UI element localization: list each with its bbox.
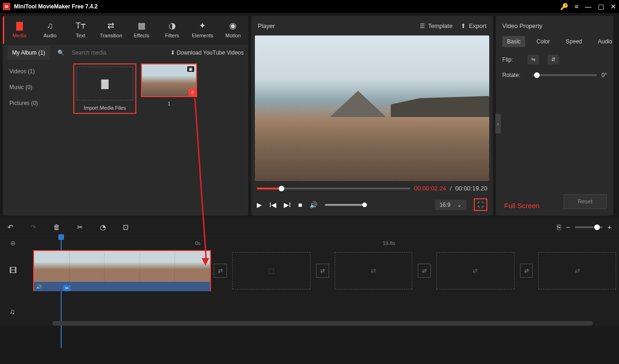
speed-button[interactable]: ◔ [100, 223, 106, 231]
crop-button[interactable]: ⊡ [123, 223, 129, 231]
zoom-slider[interactable] [575, 226, 603, 228]
license-key-icon[interactable]: 🔑 [560, 3, 568, 10]
music-track-icon: ♫ [9, 291, 15, 332]
tab-audio[interactable]: Audio [593, 36, 617, 47]
redo-button[interactable]: ↷ [30, 223, 36, 231]
undo-button[interactable]: ↶ [7, 223, 14, 231]
fullscreen-button[interactable]: ⛶ [474, 198, 487, 211]
add-to-timeline-button[interactable]: + [189, 89, 196, 96]
cloud-download-icon: ⬇ [170, 49, 175, 56]
empty-clip-slot[interactable]: ⇄ [335, 252, 413, 289]
transition-slot[interactable]: ⇄ [418, 264, 431, 278]
aspect-ratio-select[interactable]: 16:9⌄ [435, 200, 466, 210]
filters-icon: ◑ [169, 21, 176, 30]
player-panel: Player ☰Template ⬆Export 00:00:02.24 / 0… [251, 16, 493, 216]
motion-icon: ◉ [229, 21, 237, 30]
export-button[interactable]: ⬆Export [461, 22, 486, 29]
flip-horizontal-button[interactable]: ⇋ [528, 55, 539, 64]
empty-clip-slot[interactable]: ⇄ [436, 252, 514, 289]
drop-icon: ⇄ [575, 267, 580, 274]
transition-icon: ⇄ [107, 21, 114, 30]
search-icon: 🔍 [57, 49, 64, 56]
stop-button[interactable]: ■ [298, 201, 302, 209]
scissors-icon[interactable]: ✂ [63, 285, 70, 291]
text-icon: Tᴛ [76, 21, 85, 30]
template-button[interactable]: ☰Template [420, 22, 453, 29]
video-preview[interactable] [255, 35, 489, 181]
app-title: MiniTool MovieMaker Free 7.4.2 [14, 3, 560, 10]
ribbon-media[interactable]: ▇Media [4, 19, 35, 41]
horizontal-scrollbar[interactable] [52, 321, 593, 326]
transition-slot[interactable]: ⇄ [520, 264, 533, 278]
elements-icon: ✦ [199, 21, 206, 30]
ribbon-elements[interactable]: ✦Elements [187, 19, 218, 41]
ribbon: ▇Media ♫Audio TᴛText ⇄Transition ▦Effect… [3, 16, 248, 44]
tab-speed[interactable]: Speed [561, 36, 587, 47]
seek-slider[interactable] [257, 188, 410, 189]
transition-slot[interactable]: ⇄ [214, 264, 227, 278]
next-frame-button[interactable]: ▶I [284, 201, 291, 209]
tab-basic[interactable]: Basic [502, 36, 525, 47]
current-time: 00:00:02.24 [414, 185, 446, 192]
titlebar: M MiniTool MovieMaker Free 7.4.2 🔑 ≡ — ▢… [0, 0, 619, 13]
effects-icon: ▦ [138, 21, 146, 30]
annotation-arrow-head [202, 258, 209, 266]
album-label[interactable]: My Album (1) [7, 46, 50, 60]
volume-slider[interactable] [325, 204, 367, 206]
split-button[interactable]: ✂ [77, 223, 83, 231]
maximize-button[interactable]: ▢ [598, 3, 604, 10]
video-badge-icon: ▣ [187, 66, 194, 72]
search-input[interactable] [72, 49, 142, 56]
play-button[interactable]: ▶ [257, 201, 262, 209]
download-youtube-link[interactable]: ⬇ Download YouTube Videos [170, 49, 244, 56]
delete-button[interactable]: 🗑 [53, 223, 60, 231]
player-title: Player [258, 22, 275, 29]
chevron-down-icon: ⌄ [457, 202, 462, 208]
clip-label: 1 [141, 101, 197, 106]
import-media-button[interactable]: ▇ Import Media Files [73, 63, 136, 114]
ruler-mark: 19.8s [383, 240, 395, 246]
volume-icon[interactable]: 🔊 [310, 201, 317, 209]
audio-track[interactable] [26, 291, 619, 319]
menu-icon[interactable]: ≡ [575, 3, 578, 10]
sidebar-item-music[interactable]: Music (0) [3, 79, 70, 95]
empty-clip-slot[interactable]: ⬚ [232, 252, 310, 289]
flip-label: Flip: [502, 56, 528, 63]
timeline-clip[interactable]: 🔊 ✂ [33, 250, 211, 291]
ribbon-audio[interactable]: ♫Audio [35, 19, 65, 41]
sidebar-item-pictures[interactable]: Pictures (0) [3, 95, 70, 111]
ribbon-filters[interactable]: ◑Filters [157, 19, 187, 41]
ribbon-motion[interactable]: ◉Motion [218, 19, 248, 41]
add-track-button[interactable]: ⊕ [10, 239, 16, 247]
rotate-slider[interactable] [532, 74, 597, 76]
speaker-icon: 🔊 [36, 284, 42, 289]
zoom-in-button[interactable]: + [607, 223, 612, 231]
video-track[interactable]: 🔊 ✂ ⇄ ⬚ ⇄ ⇄ ⇄ ⇄ ⇄ ⇄ [26, 250, 619, 291]
media-clip[interactable]: ▣ + [141, 63, 197, 97]
ribbon-transition[interactable]: ⇄Transition [96, 19, 126, 41]
drop-icon: ⇄ [472, 267, 478, 274]
timeline-ruler[interactable]: ⊕ 0s 19.8s [0, 236, 619, 250]
empty-clip-slot[interactable]: ⇄ [538, 252, 616, 289]
prev-frame-button[interactable]: I◀ [269, 201, 276, 209]
property-panel: › Video Property Basic Color Speed Audio… [496, 16, 613, 216]
flip-vertical-button[interactable]: ⇵ [548, 55, 559, 64]
ribbon-text[interactable]: TᴛText [65, 19, 96, 41]
folder-icon: ▇ [101, 78, 108, 89]
reset-button[interactable]: Reset [563, 194, 607, 209]
export-icon: ⬆ [461, 22, 466, 29]
app-logo: M [3, 3, 10, 10]
fit-zoom-button[interactable]: ⎘ [557, 223, 561, 231]
zoom-out-button[interactable]: − [566, 223, 570, 231]
minimize-button[interactable]: — [585, 3, 591, 10]
sidebar-item-videos[interactable]: Videos (1) [3, 63, 70, 79]
drop-icon: ⇄ [371, 267, 376, 274]
transition-slot[interactable]: ⇄ [316, 264, 329, 278]
close-button[interactable]: ✕ [611, 3, 616, 10]
expand-panel-button[interactable]: › [495, 114, 501, 133]
rotate-value: 0° [602, 72, 607, 78]
ribbon-effects[interactable]: ▦Effects [127, 19, 157, 41]
tab-color[interactable]: Color [532, 36, 555, 47]
property-title: Video Property [502, 22, 607, 29]
layers-icon: ☰ [420, 22, 425, 29]
